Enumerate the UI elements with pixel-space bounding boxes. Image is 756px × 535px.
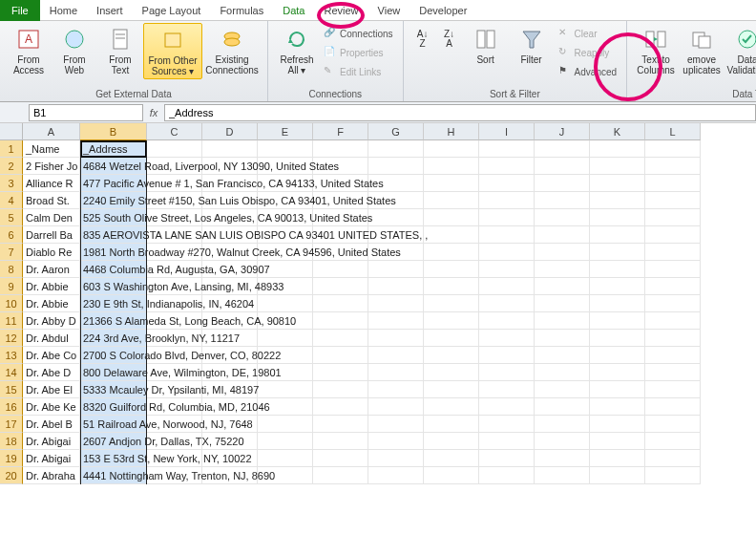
from-web-button[interactable]: From Web — [52, 23, 97, 77]
cell[interactable] — [590, 192, 645, 209]
cell[interactable] — [590, 381, 645, 398]
cell[interactable] — [645, 295, 701, 312]
cell-A2[interactable]: 2 Fisher Jo — [23, 158, 80, 175]
col-header-J[interactable]: J — [535, 123, 590, 140]
col-header-E[interactable]: E — [258, 123, 313, 140]
cell[interactable] — [590, 467, 645, 484]
cell-A12[interactable]: Dr. Abdul — [23, 330, 80, 347]
cell[interactable] — [645, 312, 701, 330]
remove-duplicates-button[interactable]: emove uplicates — [679, 23, 724, 77]
cell-B4[interactable]: 2240 Emily Street #150, San Luis Obispo,… — [80, 192, 147, 209]
cell[interactable] — [535, 433, 590, 450]
cell[interactable] — [368, 416, 424, 433]
cell-A9[interactable]: Dr. Abbie — [23, 278, 80, 295]
cell[interactable] — [313, 416, 368, 433]
name-box[interactable] — [29, 104, 143, 121]
cell[interactable] — [590, 140, 645, 158]
cell[interactable] — [590, 330, 645, 347]
row-header-8[interactable]: 8 — [0, 261, 23, 278]
sort-az-button[interactable]: A↓Z — [410, 23, 436, 56]
cell[interactable] — [479, 347, 535, 364]
cell[interactable] — [424, 347, 479, 364]
cell[interactable] — [424, 364, 479, 381]
cell[interactable] — [424, 244, 479, 261]
cell[interactable] — [535, 381, 590, 398]
cell[interactable] — [535, 450, 590, 467]
cell-B2[interactable]: 4684 Wetzel Road, Liverpool, NY 13090, U… — [80, 158, 147, 175]
cell[interactable] — [313, 295, 368, 312]
cell[interactable] — [313, 140, 368, 158]
cell[interactable] — [368, 295, 424, 312]
cell[interactable] — [479, 416, 535, 433]
row-header-3[interactable]: 3 — [0, 175, 23, 192]
cell[interactable] — [424, 261, 479, 278]
cell[interactable] — [535, 295, 590, 312]
cell[interactable] — [645, 433, 701, 450]
cell-B8[interactable]: 4468 Columbia Rd, Augusta, GA, 30907 — [80, 261, 147, 278]
cell[interactable] — [258, 381, 313, 398]
cell[interactable] — [368, 467, 424, 484]
cell[interactable] — [479, 278, 535, 295]
filter-button[interactable]: Filter — [509, 23, 555, 67]
cell[interactable] — [590, 158, 645, 175]
cell[interactable] — [535, 226, 590, 244]
cell-A14[interactable]: Dr. Abe D — [23, 364, 80, 381]
cell[interactable] — [590, 261, 645, 278]
cell-A11[interactable]: Dr. Abby D — [23, 312, 80, 330]
col-header-F[interactable]: F — [313, 123, 368, 140]
tab-view[interactable]: View — [368, 2, 410, 19]
cell[interactable] — [535, 467, 590, 484]
col-header-I[interactable]: I — [479, 123, 535, 140]
cell-A13[interactable]: Dr. Abe Co — [23, 347, 80, 364]
cell[interactable] — [645, 450, 701, 467]
formula-input[interactable] — [164, 104, 756, 121]
cell-B13[interactable]: 2700 S Colorado Blvd, Denver, CO, 80222 — [80, 347, 147, 364]
row-header-15[interactable]: 15 — [0, 381, 23, 398]
edit-links-button[interactable]: ✎Edit Links — [324, 63, 393, 80]
sort-za-button[interactable]: Z↓A — [436, 23, 463, 56]
cell[interactable] — [313, 278, 368, 295]
cell[interactable] — [368, 347, 424, 364]
cell[interactable] — [535, 261, 590, 278]
from-text-button[interactable]: From Text — [97, 23, 143, 77]
cell[interactable] — [424, 433, 479, 450]
cell[interactable] — [590, 347, 645, 364]
cell[interactable] — [368, 398, 424, 416]
cell-A15[interactable]: Dr. Abe El — [23, 381, 80, 398]
cell[interactable] — [424, 140, 479, 158]
col-header-C[interactable]: C — [147, 123, 202, 140]
cell-A6[interactable]: Darrell Ba — [23, 226, 80, 244]
cell[interactable] — [424, 398, 479, 416]
row-header-7[interactable]: 7 — [0, 244, 23, 261]
cell[interactable] — [424, 192, 479, 209]
cell[interactable] — [479, 244, 535, 261]
connections-button[interactable]: 🔗Connections — [324, 25, 393, 42]
cell[interactable] — [645, 244, 701, 261]
cell[interactable] — [258, 295, 313, 312]
cell[interactable] — [258, 140, 313, 158]
refresh-all-button[interactable]: Refresh All ▾ — [274, 23, 320, 77]
row-header-14[interactable]: 14 — [0, 364, 23, 381]
cell[interactable] — [258, 330, 313, 347]
cell[interactable] — [424, 209, 479, 226]
cell[interactable] — [535, 312, 590, 330]
row-header-16[interactable]: 16 — [0, 398, 23, 416]
col-header-G[interactable]: G — [368, 123, 424, 140]
cell[interactable] — [645, 381, 701, 398]
cell[interactable] — [368, 261, 424, 278]
cell-A8[interactable]: Dr. Aaron — [23, 261, 80, 278]
clear-button[interactable]: ✕Clear — [558, 25, 617, 42]
cell[interactable] — [368, 209, 424, 226]
cell-A16[interactable]: Dr. Abe Ke — [23, 398, 80, 416]
row-header-5[interactable]: 5 — [0, 209, 23, 226]
cell[interactable] — [368, 278, 424, 295]
cell-A10[interactable]: Dr. Abbie — [23, 295, 80, 312]
cell[interactable] — [535, 209, 590, 226]
tab-developer[interactable]: Developer — [410, 2, 476, 19]
cell[interactable] — [590, 450, 645, 467]
cell[interactable] — [368, 158, 424, 175]
col-header-D[interactable]: D — [202, 123, 258, 140]
cell[interactable] — [645, 347, 701, 364]
cell[interactable] — [313, 381, 368, 398]
cell[interactable] — [479, 226, 535, 244]
